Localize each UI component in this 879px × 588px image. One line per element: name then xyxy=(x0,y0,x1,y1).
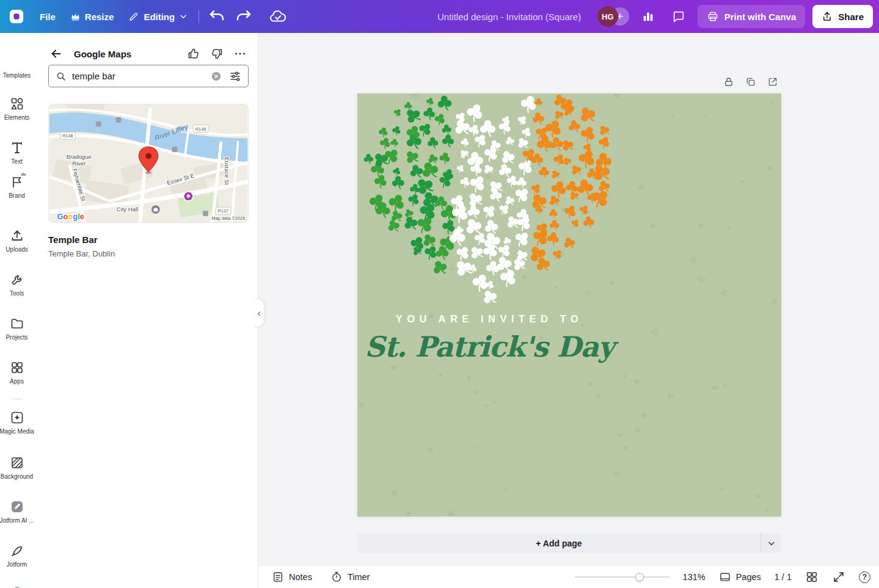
timer-clock-icon xyxy=(330,571,343,583)
editing-mode-dropdown[interactable]: Editing xyxy=(128,11,188,22)
save-status-cloud-icon[interactable] xyxy=(269,7,287,26)
sidebar-item-brand[interactable]: Brand xyxy=(0,175,34,199)
insights-chart-icon[interactable] xyxy=(636,5,660,28)
comments-bubble-icon[interactable] xyxy=(667,5,690,28)
print-with-canva-label: Print with Canva xyxy=(724,12,797,22)
map-result-title[interactable]: Temple Bar xyxy=(48,234,98,245)
back-arrow-icon[interactable] xyxy=(48,46,64,62)
search-input[interactable] xyxy=(72,71,211,81)
document-title[interactable]: Untitled design - Invitation (Square) xyxy=(437,0,581,33)
text-icon xyxy=(10,140,24,155)
collapse-chevron-icon: ‹ xyxy=(257,308,260,319)
map-attribution: Map data ©2026 xyxy=(211,216,245,221)
file-menu[interactable]: File xyxy=(40,12,56,22)
redo-icon[interactable] xyxy=(235,7,253,26)
map-badge-r148: R148 xyxy=(60,132,75,140)
pencil-icon xyxy=(128,11,139,22)
map-badge-r137: R137 xyxy=(216,207,231,214)
canva-home-icon[interactable] xyxy=(8,8,25,25)
sidebar-item-uploads[interactable]: Uploads xyxy=(0,228,34,253)
thumbs-down-icon[interactable] xyxy=(210,47,224,60)
sidebar-item-text[interactable]: Text xyxy=(0,140,34,165)
wrench-icon xyxy=(10,272,24,287)
search-icon xyxy=(56,71,67,82)
add-page-dropdown[interactable] xyxy=(760,533,781,553)
avatar[interactable]: HG xyxy=(597,6,618,27)
sidebar-item-label: Templates xyxy=(3,72,31,79)
sidebar-item-label: Projects xyxy=(5,334,27,341)
zoom-slider[interactable] xyxy=(575,573,669,581)
chevron-down-icon xyxy=(179,12,188,21)
map-result-subtitle: Temple Bar, Dublin xyxy=(48,249,115,258)
sidebar-item-label: Tools xyxy=(10,290,24,297)
export-page-icon[interactable] xyxy=(767,76,778,87)
zoom-slider-knob[interactable] xyxy=(635,573,644,581)
filter-sliders-icon[interactable] xyxy=(229,70,241,82)
timer-button[interactable]: Timer xyxy=(330,571,370,583)
sidebar-item-label: Elements xyxy=(4,114,30,121)
zoom-slider-track[interactable] xyxy=(575,576,669,578)
jotform-ai-icon xyxy=(10,499,24,514)
panel-title: Google Maps xyxy=(74,49,131,59)
grid-view-icon[interactable] xyxy=(805,570,819,584)
editing-mode-label: Editing xyxy=(144,12,175,22)
sidebar-item-label: Background xyxy=(1,473,33,480)
background-hatch-icon xyxy=(10,456,24,470)
sidebar-item-label: Apps xyxy=(10,378,24,385)
file-menu-label: File xyxy=(40,12,56,22)
svg-text:R148: R148 xyxy=(62,133,73,139)
add-page-button[interactable]: + Add page xyxy=(357,533,760,553)
canvas-page[interactable]: YOU ARE INVITED TO St. Patrick's Day xyxy=(357,93,781,517)
print-with-canva-button[interactable]: Print with Canva xyxy=(698,5,806,28)
page-indicator: 1 / 1 xyxy=(775,572,792,582)
pages-button[interactable]: Pages xyxy=(719,571,761,583)
zoom-value[interactable]: 131% xyxy=(683,572,706,582)
shamrock-heart-art[interactable] xyxy=(357,93,781,517)
more-options-icon[interactable] xyxy=(233,47,247,60)
notes-button[interactable]: Notes xyxy=(272,571,312,583)
avatar-initials: HG xyxy=(602,12,614,21)
crown-icon xyxy=(70,12,81,22)
pages-label: Pages xyxy=(736,572,761,582)
jotform-quill-icon xyxy=(10,543,24,558)
map-badge-r148-2: R148 xyxy=(193,125,208,132)
canvas-invite-text[interactable]: YOU ARE INVITED TO xyxy=(357,313,621,325)
sidebar-item-jotform[interactable]: Jotform xyxy=(0,543,34,568)
sidebar-item-jotform-ai[interactable]: Jotform AI ... xyxy=(0,499,34,524)
sidebar-item-templates[interactable]: Templates xyxy=(0,72,34,79)
notes-label: Notes xyxy=(289,572,312,582)
canvas-script-title[interactable]: St. Patrick's Day xyxy=(357,330,621,363)
share-icon xyxy=(822,11,833,22)
apps-grid-icon xyxy=(10,360,24,375)
help-question-glyph: ? xyxy=(863,573,867,581)
add-page-label: + Add page xyxy=(536,539,582,548)
sidebar-item-elements[interactable]: Elements xyxy=(0,96,34,121)
sidebar-item-projects[interactable]: Projects xyxy=(0,316,34,341)
collapse-panel-button[interactable]: ‹ xyxy=(254,299,264,327)
sidebar-item-tools[interactable]: Tools xyxy=(0,272,34,297)
printer-icon xyxy=(707,10,719,23)
crown-icon xyxy=(20,169,27,176)
brand-flag-icon xyxy=(10,175,24,189)
top-bar: File Resize Editing Untitled desi xyxy=(0,0,879,33)
folder-icon xyxy=(10,316,24,331)
fullscreen-icon[interactable] xyxy=(832,570,845,584)
timer-label: Timer xyxy=(348,572,370,582)
sidebar-item-apps[interactable]: Apps xyxy=(0,360,34,385)
thumbs-up-icon[interactable] xyxy=(187,47,200,60)
sidebar-item-background[interactable]: Background xyxy=(0,456,34,480)
clear-search-icon[interactable] xyxy=(211,71,222,82)
duplicate-page-icon[interactable] xyxy=(745,76,756,87)
map-label-bradogue-1: Bradogue xyxy=(67,153,92,160)
resize-button[interactable]: Resize xyxy=(70,12,114,22)
undo-icon[interactable] xyxy=(208,7,226,26)
svg-text:R137: R137 xyxy=(217,208,228,214)
sidebar-item-magic-media[interactable]: Magic Media xyxy=(0,410,34,435)
map-result-thumbnail[interactable]: River Liffey Bradogue River Fishamble St… xyxy=(48,104,249,223)
lock-icon[interactable] xyxy=(723,76,734,87)
share-button-label: Share xyxy=(838,12,864,22)
sidebar-item-label: Jotform AI ... xyxy=(0,517,34,524)
help-icon[interactable]: ? xyxy=(859,572,870,583)
upload-arrow-icon xyxy=(10,228,24,243)
share-button[interactable]: Share xyxy=(812,5,873,28)
